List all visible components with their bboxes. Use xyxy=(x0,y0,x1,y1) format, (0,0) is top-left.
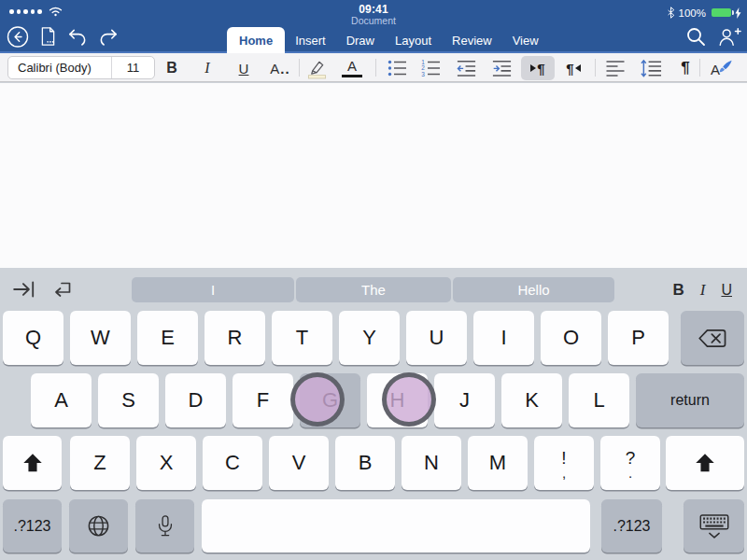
line-spacing-button[interactable] xyxy=(637,56,665,80)
indent-icon xyxy=(491,58,513,78)
w-key[interactable]: W xyxy=(70,311,131,365)
o-key[interactable]: O xyxy=(541,311,601,365)
globe-key[interactable] xyxy=(69,499,128,553)
font-formatting-button[interactable]: A.. xyxy=(263,56,297,80)
n-key[interactable]: N xyxy=(402,436,461,490)
k-key-label: K xyxy=(525,388,539,413)
font-picker[interactable]: Calibri (Body) 11 xyxy=(7,56,155,79)
bold-button[interactable]: B xyxy=(158,56,186,80)
ltr-paragraph-icon xyxy=(530,64,536,72)
search-button[interactable] xyxy=(684,24,708,49)
underline-shortcut[interactable]: U xyxy=(721,282,732,299)
numbers-right-key[interactable]: .?123 xyxy=(601,499,662,553)
formatting-toolbar: Calibri (Body) 11 B I U A.. A xyxy=(0,53,747,82)
d-key[interactable]: D xyxy=(165,373,226,427)
tab-key-icon[interactable] xyxy=(12,279,36,300)
document-canvas[interactable] xyxy=(0,83,747,268)
numbered-list-button[interactable]: 123 xyxy=(416,56,444,80)
bold-shortcut[interactable]: B xyxy=(672,281,684,300)
undo-button[interactable] xyxy=(65,24,90,49)
f-key[interactable]: F xyxy=(233,373,293,427)
question-period-key[interactable]: ?. xyxy=(600,436,660,490)
outdent-button[interactable] xyxy=(452,56,480,80)
tab-insert[interactable]: Insert xyxy=(285,27,336,53)
w-key-label: W xyxy=(91,326,110,350)
wrap-indent-icon[interactable] xyxy=(51,279,74,300)
divider xyxy=(375,59,376,77)
s-key-label: S xyxy=(121,388,135,413)
italic-shortcut[interactable]: I xyxy=(700,281,706,300)
dismiss-keyboard-key[interactable] xyxy=(684,499,744,553)
shift-icon xyxy=(693,452,717,474)
tab-home[interactable]: Home xyxy=(227,27,285,53)
backspace-key[interactable] xyxy=(681,311,744,365)
j-key[interactable]: J xyxy=(434,373,495,427)
exclamation-comma-key-label: ! xyxy=(561,450,566,466)
file-button[interactable] xyxy=(35,24,60,49)
tab-review[interactable]: Review xyxy=(442,27,502,53)
z-key[interactable]: Z xyxy=(70,436,130,490)
b-key-label: B xyxy=(359,451,373,475)
m-key[interactable]: M xyxy=(468,436,528,490)
text-effects-icon: A xyxy=(711,59,733,77)
a-key[interactable]: A xyxy=(31,373,92,427)
x-key[interactable]: X xyxy=(136,436,196,490)
numbers-left-key[interactable]: .?123 xyxy=(3,499,62,553)
u-key[interactable]: U xyxy=(406,311,467,365)
add-person-button[interactable] xyxy=(717,24,741,49)
shift-right-key[interactable] xyxy=(666,436,744,490)
r-key-label: R xyxy=(228,326,243,350)
text-effects-button[interactable]: A xyxy=(708,56,736,80)
font-size[interactable]: 11 xyxy=(112,61,154,75)
space-key[interactable] xyxy=(202,499,590,553)
tab-layout[interactable]: Layout xyxy=(385,27,442,53)
font-name[interactable]: Calibri (Body) xyxy=(8,61,111,75)
exclamation-comma-key[interactable]: !, xyxy=(534,436,594,490)
touch-indicator-h xyxy=(382,372,436,427)
indent-button[interactable] xyxy=(487,56,515,80)
p-key[interactable]: P xyxy=(608,311,669,365)
tab-draw[interactable]: Draw xyxy=(336,27,385,53)
align-left-button[interactable] xyxy=(601,56,629,80)
highlighter-button[interactable] xyxy=(303,56,331,80)
paragraph-mark-icon: ¶ xyxy=(681,59,689,77)
rtl-paragraph-button[interactable]: ¶ xyxy=(557,56,589,80)
underline-button[interactable]: U xyxy=(230,56,258,80)
dictation-key[interactable] xyxy=(135,499,194,553)
redo-button[interactable] xyxy=(95,24,120,49)
svg-text:3: 3 xyxy=(421,71,425,77)
exclamation-comma-key-sublabel: , xyxy=(562,467,566,479)
t-key[interactable]: T xyxy=(272,311,332,365)
y-key[interactable]: Y xyxy=(339,311,400,365)
backspace-icon xyxy=(698,328,727,349)
bullet-list-button[interactable] xyxy=(383,56,411,80)
prediction-1[interactable]: I xyxy=(132,277,294,302)
tab-view[interactable]: View xyxy=(502,27,549,53)
line-spacing-icon xyxy=(641,58,662,78)
q-key[interactable]: Q xyxy=(3,311,63,365)
z-key-label: Z xyxy=(93,451,106,475)
paragraph-mark-button[interactable]: ¶ xyxy=(671,56,699,80)
c-key[interactable]: C xyxy=(203,436,262,490)
i-key[interactable]: I xyxy=(473,311,534,365)
l-key[interactable]: L xyxy=(569,373,629,427)
back-button[interactable] xyxy=(6,24,30,49)
status-right: 100% xyxy=(667,7,741,19)
nav-left xyxy=(6,24,120,49)
prediction-2[interactable]: The xyxy=(296,277,451,302)
b-key[interactable]: B xyxy=(335,436,395,490)
ltr-paragraph-button[interactable]: ¶ xyxy=(521,56,555,80)
j-key-label: J xyxy=(459,388,470,413)
k-key[interactable]: K xyxy=(501,373,562,427)
r-key[interactable]: R xyxy=(204,311,265,365)
s-key[interactable]: S xyxy=(98,373,159,427)
nav-right xyxy=(684,24,741,49)
return-key[interactable]: return xyxy=(636,373,744,427)
font-color-button[interactable]: A xyxy=(338,56,366,80)
e-key[interactable]: E xyxy=(137,311,198,365)
app-header: 09:41 Document 100% xyxy=(0,0,747,53)
prediction-3[interactable]: Hello xyxy=(453,277,614,302)
v-key[interactable]: V xyxy=(269,436,329,490)
italic-button[interactable]: I xyxy=(193,56,221,80)
shift-left-key[interactable] xyxy=(3,436,62,490)
